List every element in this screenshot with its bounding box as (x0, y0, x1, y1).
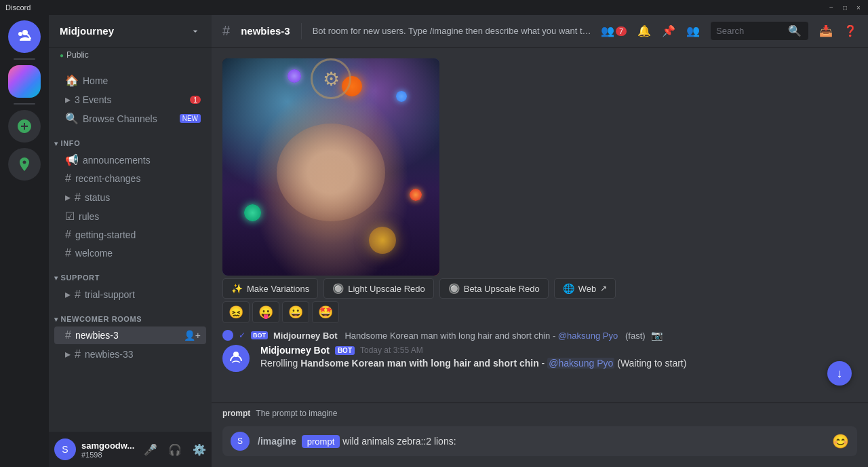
emoji-grin: 😀 (288, 305, 303, 320)
hash-icon-6: # (65, 329, 71, 341)
bot-small-avatar (222, 330, 233, 341)
section-support[interactable]: ▾ SUPPORT (49, 263, 212, 284)
msg-bold: Handsome Korean man with long hair and s… (300, 358, 539, 369)
channel-announcements: announcements (83, 155, 151, 166)
input-command: /imagine (258, 436, 296, 447)
sidebar-item-browse[interactable]: 🔍 Browse Channels NEW (54, 109, 206, 128)
window-controls: − □ × (827, 3, 863, 12)
settings-button[interactable]: ⚙️ (189, 438, 210, 460)
megaphone-icon: 📢 (65, 153, 79, 166)
mentioned-prompt: Handsome Korean man with long hair and s… (344, 331, 550, 341)
close-button[interactable]: × (854, 3, 863, 12)
beta-upscale-redo-button[interactable]: 🔘 Beta Upscale Redo (439, 278, 549, 299)
channel-welcome: welcome (75, 248, 113, 259)
prompt-label: prompt The prompt to imagine (222, 409, 857, 418)
bot-avatar (222, 345, 250, 372)
mic-button[interactable]: 🎤 (140, 438, 161, 460)
light-upscale-redo-button[interactable]: 🔘 Light Upscale Redo (323, 278, 433, 299)
sidebar-item-getting-started[interactable]: # getting-started (54, 226, 206, 244)
add-user-icon[interactable]: 👤+ (184, 330, 201, 341)
user-discriminator: #1598 (81, 451, 134, 459)
mention-separator: - (553, 331, 558, 341)
server-divider (14, 58, 35, 60)
mention-user: @haksung Pyo (558, 331, 618, 341)
beta-upscale-icon: 🔘 (448, 283, 460, 294)
hash-icon-1: # (65, 172, 71, 185)
help-button[interactable]: ❓ (844, 24, 857, 37)
sidebar-item-newbies-33[interactable]: ▸ # newbies-33 (54, 345, 206, 363)
pin-button[interactable]: 📌 (662, 24, 675, 37)
section-info[interactable]: ▾ INFO (49, 128, 212, 150)
notifications-button[interactable]: 🔔 (637, 24, 651, 37)
search-bar[interactable]: 🔍 (711, 22, 808, 40)
sidebar-item-recent-changes[interactable]: # recent-changes (54, 170, 206, 187)
svg-point-0 (225, 348, 247, 369)
reaction-grin[interactable]: 😀 (282, 301, 309, 323)
input-prompt-tag: prompt (302, 435, 340, 448)
channel-rules: rules (79, 211, 99, 222)
sparkle-icon: ✨ (231, 283, 243, 294)
image-inner: ⚙ (222, 58, 439, 276)
server-name-header[interactable]: Midjourney (49, 15, 212, 48)
hash-icon-4: # (65, 247, 71, 259)
inbox-button[interactable]: 📥 (819, 24, 833, 37)
sidebar-item-trial-support[interactable]: ▸ # trial-support (54, 285, 206, 303)
channel-newbies-3: newbies-3 (75, 330, 119, 341)
svg-point-1 (233, 352, 239, 357)
sidebar-item-announcements[interactable]: 📢 announcements (54, 151, 206, 169)
maximize-button[interactable]: □ (841, 3, 849, 12)
input-area: S /imagine prompt 😊 (212, 426, 868, 467)
image-container: ⚙ ✨ Make Variations 🔘 Light Upscale Redo (222, 58, 857, 323)
verified-icon: ✓ (239, 331, 245, 340)
reaction-starstruck[interactable]: 🤩 (312, 301, 339, 323)
channel-header: # newbies-3 Bot room for new users. Type… (212, 15, 868, 48)
emoji-picker-button[interactable]: 😊 (832, 433, 849, 449)
check-icon: ☑ (65, 210, 75, 223)
user-controls: 🎤 🎧 ⚙️ (140, 438, 210, 460)
browse-icon: 🔍 (65, 112, 79, 125)
members-button[interactable]: 👥 7 (601, 24, 627, 37)
scroll-to-bottom-button[interactable]: ↓ (827, 361, 852, 386)
channel-header-name: newbies-3 (241, 25, 290, 37)
direct-messages-icon[interactable] (8, 20, 41, 53)
generated-image: ⚙ (222, 58, 439, 276)
emoji-angry: 😖 (229, 305, 243, 320)
camera-icon[interactable]: 📷 (651, 330, 663, 341)
hash-icon-5: # (75, 288, 81, 301)
explore-servers-button[interactable] (8, 148, 41, 181)
main-wrapper: # newbies-3 Bot room for new users. Type… (212, 15, 868, 467)
msg-mention: @haksung Pyo (547, 358, 614, 369)
hash-icon-7: # (75, 348, 81, 360)
section-newcomer[interactable]: ▾ NEWCOMER ROOMS (49, 304, 212, 326)
action-buttons: ✨ Make Variations 🔘 Light Upscale Redo 🔘… (222, 278, 857, 299)
user-info: samgoodw... #1598 (81, 441, 134, 459)
search-input[interactable] (716, 26, 784, 36)
minimize-button[interactable]: − (827, 3, 835, 12)
member-count: 7 (616, 26, 627, 36)
web-button[interactable]: 🌐 Web ↗ (554, 278, 616, 299)
headset-button[interactable]: 🎧 (164, 438, 186, 460)
external-link-icon: ↗ (600, 284, 607, 293)
add-server-button[interactable] (8, 110, 41, 143)
user-area: S samgoodw... #1598 🎤 🎧 ⚙️ (49, 432, 212, 467)
bot-badge-small: BOT (251, 331, 268, 339)
sidebar-item-home[interactable]: 🏠 Home (54, 71, 206, 90)
make-variations-button[interactable]: ✨ Make Variations (222, 278, 318, 299)
bot-badge: BOT (335, 346, 355, 355)
members-list-button[interactable]: 👥 (686, 24, 700, 37)
sidebar-item-status[interactable]: ▸ # status (54, 188, 206, 206)
sidebar-item-newbies-3[interactable]: # newbies-3 👤+ (54, 326, 206, 344)
channel-status: status (85, 192, 110, 203)
reaction-angry[interactable]: 😖 (222, 301, 250, 323)
sidebar-item-events[interactable]: ▸ 3 Events 1 (54, 90, 206, 109)
orb-4 (244, 204, 261, 221)
channel-getting-started: getting-started (75, 229, 136, 240)
midjourney-server-icon[interactable] (8, 65, 41, 98)
message-input[interactable] (342, 436, 827, 447)
reaction-tongue[interactable]: 😛 (252, 301, 279, 323)
sidebar-item-rules[interactable]: ☑ rules (54, 207, 206, 225)
make-variations-label: Make Variations (247, 284, 309, 294)
emoji-reactions: 😖 😛 😀 🤩 (222, 301, 857, 323)
sidebar-item-welcome[interactable]: # welcome (54, 244, 206, 262)
home-label: Home (83, 75, 108, 86)
